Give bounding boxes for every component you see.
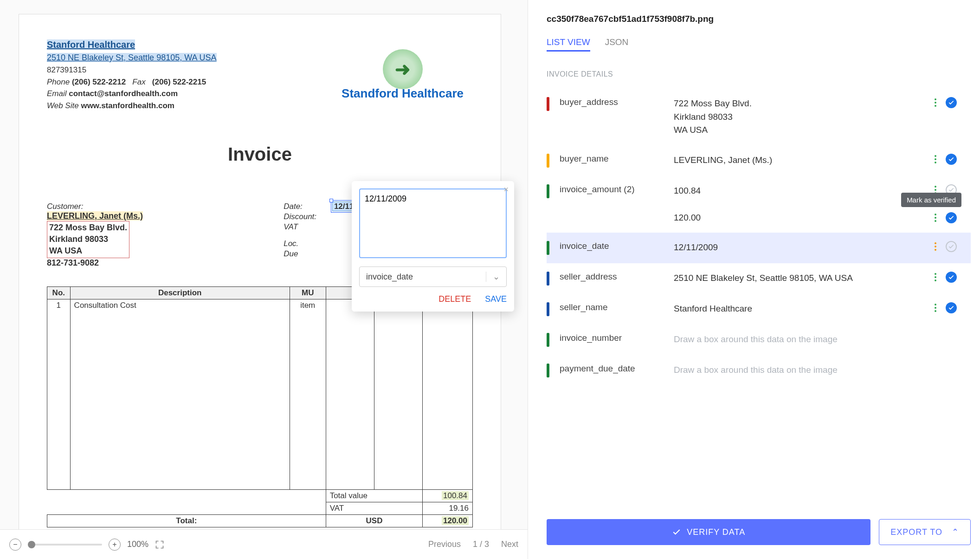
more-icon[interactable]: [935, 214, 936, 222]
fields-list: buyer_address 722 Moss Bay Blvd. Kirklan…: [547, 89, 971, 510]
field-invoice-number[interactable]: invoice_number Draw a box around this da…: [547, 325, 971, 355]
field-buyer-address[interactable]: buyer_address 722 Moss Bay Blvd. Kirklan…: [547, 89, 971, 145]
customer-name: LEVERLING, Janet (Ms.): [47, 211, 143, 221]
zoom-slider[interactable]: [28, 544, 102, 546]
logo: ➜ Standford Healthcare: [342, 49, 464, 101]
color-bar: [547, 333, 549, 347]
more-icon[interactable]: [935, 304, 936, 312]
verify-data-button[interactable]: VERIFY DATA: [547, 519, 870, 545]
zoom-in-button[interactable]: +: [109, 539, 121, 551]
annotation-popover: × invoice_date ⌄ DELETE SAVE: [352, 181, 514, 312]
chevron-down-icon: ⌄: [486, 272, 500, 282]
field-seller-address[interactable]: seller_address 2510 NE Blakeley St, Seat…: [547, 263, 971, 294]
delete-button[interactable]: DELETE: [438, 294, 471, 304]
zoom-out-button[interactable]: −: [9, 539, 21, 551]
bottom-actions: VERIFY DATA EXPORT TO ⌃: [547, 510, 971, 545]
customer-address: 722 Moss Bay Blvd. Kirkland 98033 WA USA: [47, 221, 129, 258]
color-bar: [547, 97, 549, 111]
previous-button[interactable]: Previous: [428, 540, 461, 549]
tooltip-verify: Mark as verified: [901, 193, 961, 207]
save-button[interactable]: SAVE: [485, 294, 507, 304]
color-bar: [547, 154, 549, 168]
field-payment-due-date[interactable]: payment_due_date Draw a box around this …: [547, 355, 971, 386]
file-name: cc350f78ea767cbf51ad1f753f908f7b.png: [547, 14, 971, 24]
color-bar: [547, 364, 549, 377]
tab-list-view[interactable]: LIST VIEW: [547, 37, 590, 52]
verify-button[interactable]: [946, 241, 957, 252]
zoom-level: 100%: [127, 540, 148, 549]
field-buyer-name[interactable]: buyer_name LEVERLING, Janet (Ms.): [547, 145, 971, 176]
more-icon[interactable]: [935, 273, 936, 281]
field-invoice-amount-2[interactable]: 120.00 Mark as verified: [547, 207, 971, 233]
sender-name: Stanford Healthcare: [47, 39, 135, 50]
color-bar: [547, 184, 549, 198]
close-icon[interactable]: ×: [503, 185, 509, 195]
more-icon[interactable]: [935, 155, 936, 163]
expand-icon[interactable]: [155, 540, 164, 549]
annotation-value-input[interactable]: [359, 188, 507, 258]
verified-icon[interactable]: [946, 272, 957, 283]
tab-json[interactable]: JSON: [605, 37, 629, 52]
invoice-table: No. Description MU 1 Consultation Cost i…: [47, 286, 473, 527]
invoice-title: Invoice: [47, 144, 473, 165]
chevron-up-icon: ⌃: [952, 527, 959, 537]
document-viewer-panel: Stanford Healthcare 2510 NE Blakeley St,…: [0, 0, 528, 559]
color-bar: [547, 302, 549, 316]
details-panel: cc350f78ea767cbf51ad1f753f908f7b.png LIS…: [528, 0, 980, 559]
arrow-icon: ➜: [395, 58, 411, 80]
color-bar: [547, 241, 549, 255]
more-icon[interactable]: [935, 242, 936, 251]
tabs: LIST VIEW JSON: [547, 37, 971, 52]
color-bar: [547, 272, 549, 286]
field-type-select[interactable]: invoice_date ⌄: [359, 266, 507, 287]
field-seller-name[interactable]: seller_name Stanford Healthcare: [547, 294, 971, 325]
more-icon[interactable]: [935, 98, 936, 107]
sender-address: 2510 NE Blakeley St, Seattle 98105, WA U…: [47, 53, 217, 62]
document-viewer[interactable]: Stanford Healthcare 2510 NE Blakeley St,…: [0, 0, 528, 529]
verified-icon[interactable]: [946, 154, 957, 165]
export-to-button[interactable]: EXPORT TO ⌃: [879, 519, 971, 545]
verified-icon[interactable]: [946, 212, 957, 223]
section-title: INVOICE DETAILS: [547, 70, 971, 78]
verified-icon[interactable]: [946, 97, 957, 108]
sender-web-row: Web Site www.stanfordhealth.com: [47, 100, 473, 112]
verified-icon[interactable]: [946, 302, 957, 313]
viewer-footer: − + 100% Previous 1 / 3 Next: [0, 529, 528, 559]
page-indicator: 1 / 3: [473, 540, 489, 549]
field-invoice-date[interactable]: invoice_date 12/11/2009: [547, 233, 971, 263]
next-button[interactable]: Next: [501, 540, 518, 549]
customer-block: Customer: LEVERLING, Janet (Ms.) 722 Mos…: [47, 202, 143, 268]
